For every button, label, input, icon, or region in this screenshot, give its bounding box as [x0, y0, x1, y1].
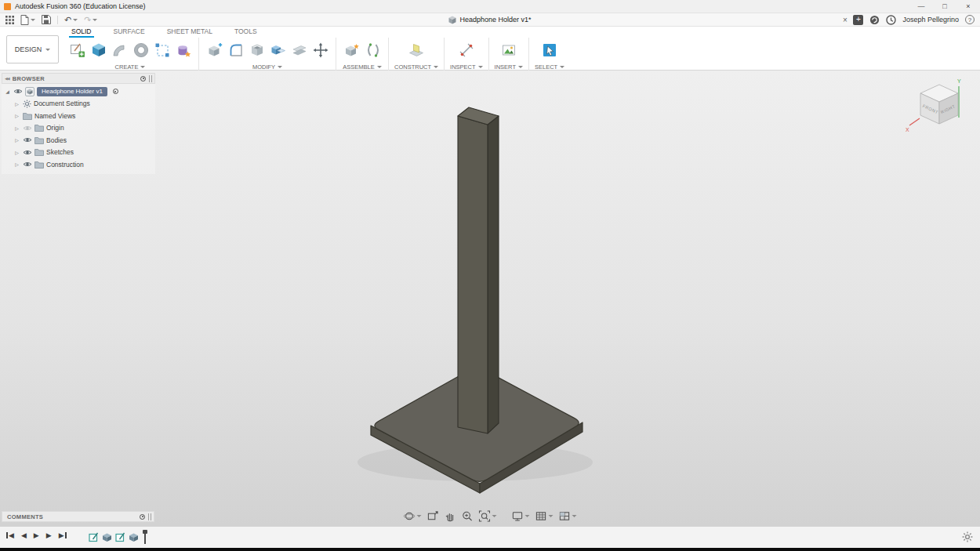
document-tab[interactable]: Headphone Holder v1* — [0, 13, 980, 26]
new-tab-button[interactable]: + — [853, 15, 863, 25]
tab-surface[interactable]: SURFACE — [111, 27, 147, 38]
construct-plane-button[interactable] — [407, 41, 426, 60]
help-button[interactable]: ? — [965, 15, 975, 24]
panel-options-button[interactable] — [140, 76, 146, 82]
visibility-eye-icon[interactable] — [23, 161, 32, 168]
browser-header[interactable]: ◀◀ BROWSER — [2, 73, 155, 84]
display-settings-button[interactable] — [512, 510, 530, 522]
modify-group-label[interactable]: MODIFY — [252, 63, 282, 71]
insert-group-label[interactable]: INSERT — [495, 63, 523, 71]
activate-component-button[interactable] — [113, 89, 118, 94]
expander-closed-icon[interactable]: ▷ — [13, 101, 20, 107]
view-cube[interactable]: Y X FRONT RIGHT — [903, 77, 975, 138]
assemble-group-label[interactable]: ASSEMBLE — [343, 63, 381, 71]
select-button[interactable] — [540, 41, 560, 60]
job-status-button[interactable] — [886, 15, 896, 25]
fit-button[interactable] — [479, 510, 497, 522]
dropdown-caret — [278, 66, 282, 68]
orbit-button[interactable] — [404, 510, 422, 522]
zoom-button[interactable] — [462, 510, 474, 522]
measure-icon — [459, 42, 474, 58]
browser-root-row[interactable]: ◢ Headphone Holder v1 — [2, 85, 155, 98]
tab-solid[interactable]: SOLID — [69, 27, 94, 38]
expander-open-icon[interactable]: ◢ — [4, 89, 11, 94]
panel-options-button[interactable] — [140, 514, 145, 520]
browser-row-sketches[interactable]: ▷ Sketches — [2, 147, 155, 159]
visibility-eye-icon[interactable] — [23, 125, 32, 132]
primitive-button[interactable] — [173, 41, 193, 60]
visibility-eye-icon[interactable] — [23, 149, 32, 156]
tab-tools[interactable]: TOOLS — [232, 27, 260, 38]
create-sketch-button[interactable] — [67, 41, 87, 60]
play-button[interactable]: ▶ — [34, 531, 39, 539]
step-back-button[interactable]: ◀ — [21, 531, 27, 539]
viewport-canvas[interactable]: Y X FRONT RIGHT ◀◀ BROWSER ◢ He — [0, 71, 980, 527]
dropdown-caret — [518, 66, 523, 68]
fillet-button[interactable] — [226, 41, 245, 60]
timeline-position-marker[interactable] — [143, 530, 147, 544]
pan-button[interactable] — [445, 510, 456, 522]
move-button[interactable] — [310, 41, 330, 60]
close-button[interactable]: × — [956, 0, 980, 13]
grid-snap-button[interactable] — [535, 510, 554, 522]
create-group-label[interactable]: CREATE — [115, 63, 146, 71]
split-body-button[interactable] — [289, 41, 309, 60]
timeline-bar: ◀ ◀ ▶ ▶ ▶ — [0, 527, 980, 548]
extensions-button[interactable] — [869, 15, 880, 25]
browser-row-document-settings[interactable]: ▷ Document Settings — [2, 98, 155, 111]
panel-grip[interactable] — [149, 75, 152, 82]
dropdown-caret — [525, 515, 530, 517]
tab-close-button[interactable]: × — [840, 13, 851, 26]
expander-closed-icon[interactable]: ▷ — [13, 113, 20, 118]
create-form-button[interactable] — [89, 41, 108, 60]
measure-button[interactable] — [456, 41, 476, 60]
visibility-eye-icon[interactable] — [23, 136, 32, 143]
shell-button[interactable] — [247, 41, 267, 60]
comments-header[interactable]: COMMENTS — [2, 511, 154, 522]
maximize-button[interactable]: □ — [933, 0, 956, 13]
workspace-selector[interactable]: DESIGN — [6, 35, 59, 63]
step-forward-button[interactable]: ▶ — [46, 531, 52, 539]
timeline-settings-button[interactable] — [962, 531, 973, 542]
form-button[interactable] — [110, 41, 129, 60]
expander-closed-icon[interactable]: ▷ — [13, 150, 20, 155]
timeline-extrude-feature[interactable] — [128, 531, 140, 544]
go-to-end-button[interactable]: ▶ — [59, 531, 67, 539]
post-right-face[interactable] — [488, 116, 499, 433]
visibility-eye-icon[interactable] — [13, 88, 23, 95]
look-at-button[interactable] — [427, 510, 439, 522]
group-divider — [528, 38, 529, 72]
user-menu[interactable]: Joseph Pellegrino — [902, 16, 959, 24]
tab-sheet-metal[interactable]: SHEET METAL — [165, 27, 215, 38]
new-component-button[interactable] — [342, 41, 361, 60]
go-to-start-button[interactable]: ◀ — [6, 531, 14, 539]
post-front-face[interactable] — [458, 116, 488, 433]
expander-closed-icon[interactable]: ▷ — [13, 161, 20, 167]
minimize-button[interactable]: — — [909, 0, 933, 13]
insert-button[interactable] — [499, 41, 518, 60]
revolve-button[interactable] — [131, 41, 151, 60]
timeline-extrude-feature[interactable] — [101, 531, 113, 544]
browser-row-bodies[interactable]: ▷ Bodies — [2, 134, 155, 147]
root-component-label[interactable]: Headphone Holder v1 — [37, 87, 107, 96]
timeline-sketch-feature[interactable] — [88, 531, 100, 544]
browser-row-named-views[interactable]: ▷ Named Views — [2, 110, 155, 122]
viewports-button[interactable] — [559, 510, 577, 522]
panel-grip[interactable] — [148, 513, 151, 520]
browser-row-construction[interactable]: ▷ Construction — [2, 158, 155, 171]
expander-closed-icon[interactable]: ▷ — [13, 137, 20, 143]
pattern-button[interactable] — [152, 41, 172, 60]
expander-closed-icon[interactable]: ▷ — [13, 125, 20, 131]
folder-icon — [34, 124, 44, 132]
select-group-label[interactable]: SELECT — [535, 63, 564, 71]
extrude-feature-icon — [102, 532, 112, 542]
collapse-panel-icon[interactable]: ◀◀ — [5, 76, 9, 81]
timeline-sketch-feature[interactable] — [114, 531, 126, 544]
combine-button[interactable] — [268, 41, 288, 60]
inspect-group-label[interactable]: INSPECT — [450, 63, 483, 71]
browser-row-origin[interactable]: ▷ Origin — [2, 122, 155, 135]
press-pull-button[interactable] — [205, 41, 224, 60]
construct-group-label[interactable]: CONSTRUCT — [394, 63, 438, 71]
app-toolbar: ↶ ↷ Headphone Holder v1* × + Joseph Pell… — [0, 13, 980, 27]
joint-button[interactable] — [363, 41, 383, 60]
